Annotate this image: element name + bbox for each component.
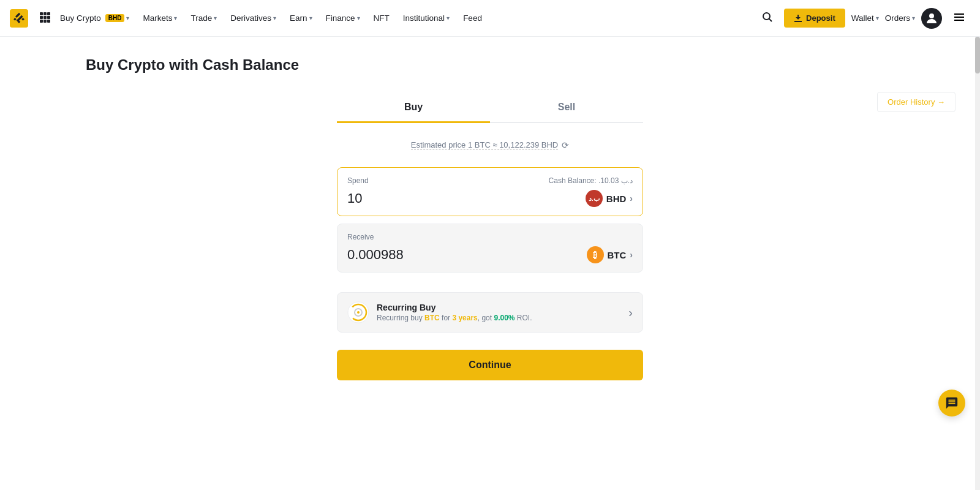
receive-label-row: Receive <box>347 233 633 241</box>
nav-right: Deposit Wallet ▾ Orders ▾ <box>757 8 970 29</box>
avatar-button[interactable] <box>921 8 942 29</box>
svg-rect-14 <box>954 13 964 15</box>
nav-menu: Buy Crypto BHD ▾ Markets ▾ Trade ▾ Deriv… <box>54 0 757 37</box>
buy-sell-tabs: Buy Sell <box>337 93 643 123</box>
recurring-buy-card[interactable]: Recurring Buy Recurring buy BTC for 3 ye… <box>337 292 643 333</box>
refresh-icon[interactable]: ⟳ <box>562 140 569 150</box>
chevron-right-icon: › <box>628 306 633 320</box>
orders-nav-item[interactable]: Orders ▾ <box>885 13 915 23</box>
search-icon <box>762 12 773 23</box>
recurring-buy-icon <box>347 301 369 323</box>
svg-rect-12 <box>794 21 802 22</box>
chevron-down-icon: ▾ <box>309 15 312 21</box>
continue-button[interactable]: Continue <box>337 350 643 380</box>
svg-point-20 <box>357 311 360 314</box>
recurring-buy-left: Recurring Buy Recurring buy BTC for 3 ye… <box>347 301 532 323</box>
chat-icon <box>945 396 959 400</box>
svg-rect-7 <box>40 20 43 23</box>
nav-item-finance[interactable]: Finance ▾ <box>320 0 366 37</box>
chevron-down-icon: ▾ <box>174 15 177 21</box>
navbar: Buy Crypto BHD ▾ Markets ▾ Trade ▾ Deriv… <box>0 0 980 37</box>
nav-item-markets[interactable]: Markets ▾ <box>137 0 183 37</box>
svg-rect-2 <box>43 12 47 15</box>
order-history-button[interactable]: Order History → <box>877 92 956 112</box>
spend-label-row: Spend Cash Balance: .10.03 د.ب <box>347 176 633 185</box>
chevron-down-icon: ▾ <box>912 15 915 21</box>
svg-rect-9 <box>47 20 50 23</box>
menu-button[interactable] <box>948 9 970 28</box>
estimated-price: Estimated price 1 BTC ≈ 10,122.239 BHD ⟳ <box>411 140 570 150</box>
bhd-currency-icon: ب.د <box>586 190 603 207</box>
wallet-nav-item[interactable]: Wallet ▾ <box>851 13 879 23</box>
grid-icon <box>39 12 50 23</box>
svg-rect-5 <box>43 16 47 19</box>
svg-rect-4 <box>40 16 43 19</box>
spend-input-row: ب.د BHD › <box>347 190 633 207</box>
recurring-buy-text: Recurring Buy Recurring buy BTC for 3 ye… <box>377 303 532 322</box>
nav-item-derivatives[interactable]: Derivatives ▾ <box>224 0 282 37</box>
nav-item-buy-crypto[interactable]: Buy Crypto BHD ▾ <box>54 0 135 37</box>
nav-item-feed[interactable]: Feed <box>457 0 488 37</box>
svg-point-10 <box>763 13 770 20</box>
receive-input-row: 0.000988 ₿ BTC › <box>347 246 633 263</box>
user-icon <box>924 11 939 26</box>
nav-item-earn[interactable]: Earn ▾ <box>284 0 318 37</box>
binance-logo-icon <box>10 9 28 28</box>
tabs-container: Buy Sell <box>86 93 894 123</box>
page-wrapper: Buy Crypto with Cash Balance Order Histo… <box>0 37 980 400</box>
recurring-buy-title: Recurring Buy <box>377 303 532 312</box>
chevron-down-icon: ▾ <box>273 15 276 21</box>
scrollbar[interactable] <box>975 37 980 400</box>
svg-rect-16 <box>954 20 964 21</box>
svg-rect-1 <box>40 12 43 15</box>
svg-rect-8 <box>43 20 47 23</box>
svg-point-13 <box>929 13 934 18</box>
svg-line-11 <box>769 19 772 22</box>
chevron-down-icon: ▾ <box>876 15 879 21</box>
deposit-icon <box>794 14 802 23</box>
deposit-button[interactable]: Deposit <box>784 9 845 28</box>
svg-rect-15 <box>954 17 964 18</box>
page-title: Buy Crypto with Cash Balance <box>86 56 894 74</box>
chevron-down-icon: ▾ <box>357 15 360 21</box>
nav-item-institutional[interactable]: Institutional ▾ <box>397 0 456 37</box>
tab-buy[interactable]: Buy <box>337 93 490 123</box>
spend-card: Spend Cash Balance: .10.03 د.ب ب.د BHD › <box>337 167 643 216</box>
tab-sell[interactable]: Sell <box>490 93 643 123</box>
nav-item-trade[interactable]: Trade ▾ <box>184 0 223 37</box>
chevron-down-icon: ▾ <box>126 15 129 21</box>
recurring-buy-desc: Recurring buy BTC for 3 years, got 9.00%… <box>377 314 532 322</box>
page-content: Buy Crypto with Cash Balance Order Histo… <box>61 37 919 400</box>
nav-item-nft[interactable]: NFT <box>368 0 396 37</box>
spend-amount-input[interactable] <box>347 190 519 206</box>
chevron-down-icon: ▾ <box>214 15 217 21</box>
svg-rect-3 <box>47 12 50 15</box>
logo[interactable] <box>10 9 28 28</box>
btc-currency-icon: ₿ <box>587 246 604 263</box>
chevron-right-icon: › <box>630 250 633 260</box>
grid-menu-button[interactable] <box>36 9 54 27</box>
scroll-thumb <box>975 37 980 74</box>
chevron-right-icon: › <box>630 194 633 203</box>
svg-rect-6 <box>47 16 50 19</box>
receive-card: Receive 0.000988 ₿ BTC › <box>337 224 643 273</box>
receive-amount: 0.000988 <box>347 247 404 263</box>
buy-form: Estimated price 1 BTC ≈ 10,122.239 BHD ⟳… <box>86 135 894 380</box>
hamburger-icon <box>953 11 965 23</box>
chevron-down-icon: ▾ <box>447 15 450 21</box>
receive-currency-selector[interactable]: ₿ BTC › <box>587 246 633 263</box>
search-button[interactable] <box>757 9 778 27</box>
spend-currency-selector[interactable]: ب.د BHD › <box>586 190 633 207</box>
